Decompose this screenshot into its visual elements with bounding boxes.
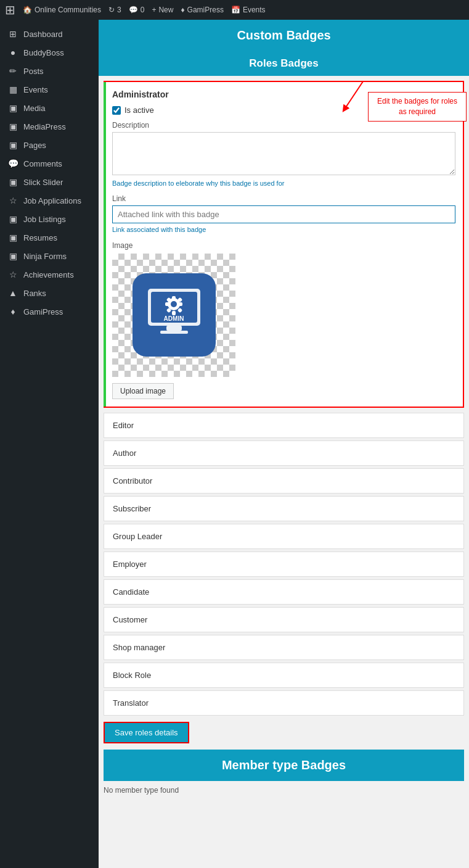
is-active-label: Is active — [124, 105, 154, 115]
admin-bar: ⊞ 🏠 Online Communities ↻ 3 💬 0 + New ♦ G… — [0, 0, 469, 20]
sidebar-item-buddyboss[interactable]: ● BuddyBoss — [0, 43, 99, 62]
calendar-icon: 📅 — [231, 6, 240, 14]
svg-rect-15 — [166, 326, 182, 331]
link-label: Link — [112, 194, 455, 203]
svg-rect-16 — [160, 331, 188, 334]
svg-rect-8 — [165, 302, 169, 306]
comments-sidebar-icon: 💬 — [7, 159, 18, 168]
sidebar-item-job-applications[interactable]: ☆ Job Applications — [0, 191, 99, 210]
ranks-icon: ▲ — [7, 288, 18, 298]
admin-bar-gamipress[interactable]: ♦ GamiPress — [181, 6, 223, 14]
ninja-forms-icon: ▣ — [7, 251, 18, 261]
link-input[interactable] — [112, 205, 455, 223]
home-icon: 🏠 — [23, 6, 32, 14]
updates-icon: ↻ — [108, 6, 115, 14]
callout-arrow-icon — [338, 78, 369, 115]
role-list: Editor Author Contributor Subscriber Gro… — [104, 413, 464, 716]
description-label: Description — [112, 121, 455, 130]
comments-icon: 💬 — [129, 6, 138, 14]
sidebar-item-pages[interactable]: ▣ Pages — [0, 136, 99, 154]
role-item-editor[interactable]: Editor — [104, 413, 464, 438]
is-active-checkbox[interactable] — [112, 106, 121, 115]
mediapress-icon: ▣ — [7, 122, 18, 131]
role-item-subscriber[interactable]: Subscriber — [104, 496, 464, 521]
description-hint: Badge description to eleborate why this … — [112, 179, 455, 188]
events-icon: ▦ — [7, 85, 18, 94]
custom-badges-header: Custom Badges — [99, 20, 469, 51]
sidebar-item-slick-slider[interactable]: ▣ Slick Slider — [0, 173, 99, 191]
callout-box: Edit the badges for roles as required — [368, 92, 467, 122]
save-section: Save roles details — [104, 722, 464, 743]
sidebar-item-comments[interactable]: 💬 Comments — [0, 154, 99, 173]
sidebar-item-mediapress[interactable]: ▣ MediaPress — [0, 117, 99, 136]
role-item-shop-manager[interactable]: Shop manager — [104, 635, 464, 660]
achievements-icon: ☆ — [7, 270, 18, 279]
dashboard-icon: ⊞ — [7, 29, 18, 39]
admin-bar-events[interactable]: 📅 Events — [231, 6, 266, 14]
svg-line-0 — [345, 81, 363, 109]
role-item-employer[interactable]: Employer — [104, 552, 464, 577]
slick-slider-icon: ▣ — [7, 177, 18, 187]
member-type-header: Member type Badges — [104, 750, 464, 781]
media-icon: ▣ — [7, 103, 18, 113]
save-roles-button[interactable]: Save roles details — [104, 722, 189, 743]
resumes-icon: ▣ — [7, 233, 18, 242]
plus-icon: + — [152, 6, 156, 14]
role-item-candidate[interactable]: Candidate — [104, 579, 464, 605]
svg-rect-9 — [178, 302, 182, 306]
link-hint: Link associated with this badge — [112, 225, 455, 234]
posts-icon: ✏ — [7, 66, 18, 76]
sidebar-item-job-listings[interactable]: ▣ Job Listings — [0, 210, 99, 228]
role-item-block-role[interactable]: Block Role — [104, 663, 464, 688]
sidebar-item-ninja-forms[interactable]: ▣ Ninja Forms — [0, 247, 99, 265]
admin-bar-site[interactable]: 🏠 Online Communities — [23, 6, 101, 14]
sidebar-item-achievements[interactable]: ☆ Achievements — [0, 265, 99, 284]
sidebar-item-ranks[interactable]: ▲ Ranks — [0, 284, 99, 302]
callout-wrapper: Edit the badges for roles as required — [338, 78, 467, 122]
admin-bar-updates[interactable]: ↻ 3 — [108, 6, 121, 14]
svg-rect-6 — [172, 296, 176, 300]
role-item-group-leader[interactable]: Group Leader — [104, 524, 464, 549]
svg-text:ADMIN: ADMIN — [163, 315, 184, 322]
pages-icon: ▣ — [7, 140, 18, 150]
buddyboss-icon: ● — [7, 48, 18, 57]
svg-point-5 — [171, 301, 177, 307]
svg-rect-7 — [172, 311, 176, 315]
no-member-text: No member type found — [99, 781, 469, 800]
sidebar-item-events[interactable]: ▦ Events — [0, 80, 99, 99]
admin-bar-comments[interactable]: 💬 0 — [129, 6, 145, 14]
sidebar-item-posts[interactable]: ✏ Posts — [0, 62, 99, 80]
gamipress-sidebar-icon: ♦ — [7, 307, 18, 316]
badge-image-container: ADMIN — [112, 254, 235, 377]
sidebar-item-gamipress[interactable]: ♦ GamiPress — [0, 302, 99, 321]
wp-logo-icon: ⊞ — [5, 2, 15, 17]
sidebar-item-media[interactable]: ▣ Media — [0, 99, 99, 117]
role-item-customer[interactable]: Customer — [104, 607, 464, 632]
admin-badge-svg: ADMIN — [129, 270, 219, 360]
admin-bar-new[interactable]: + New — [152, 6, 173, 14]
sidebar: ⊞ Dashboard ● BuddyBoss ✏ Posts ▦ Events… — [0, 20, 99, 868]
administrator-section: Administrator Is active Description Badg… — [104, 81, 464, 408]
job-applications-icon: ☆ — [7, 196, 18, 205]
roles-badges-header: Roles Badges — [99, 51, 469, 76]
sidebar-item-dashboard[interactable]: ⊞ Dashboard — [0, 25, 99, 43]
sidebar-item-resumes[interactable]: ▣ Resumes — [0, 228, 99, 247]
role-item-contributor[interactable]: Contributor — [104, 468, 464, 494]
description-textarea[interactable] — [112, 132, 455, 175]
gamipress-icon: ♦ — [181, 6, 184, 14]
image-label: Image — [112, 241, 455, 250]
upload-image-button[interactable]: Upload image — [112, 383, 174, 399]
job-listings-icon: ▣ — [7, 214, 18, 224]
role-item-author[interactable]: Author — [104, 440, 464, 466]
main-content: Custom Badges Roles Badges Edit the badg… — [99, 20, 469, 868]
role-item-translator[interactable]: Translator — [104, 690, 464, 716]
